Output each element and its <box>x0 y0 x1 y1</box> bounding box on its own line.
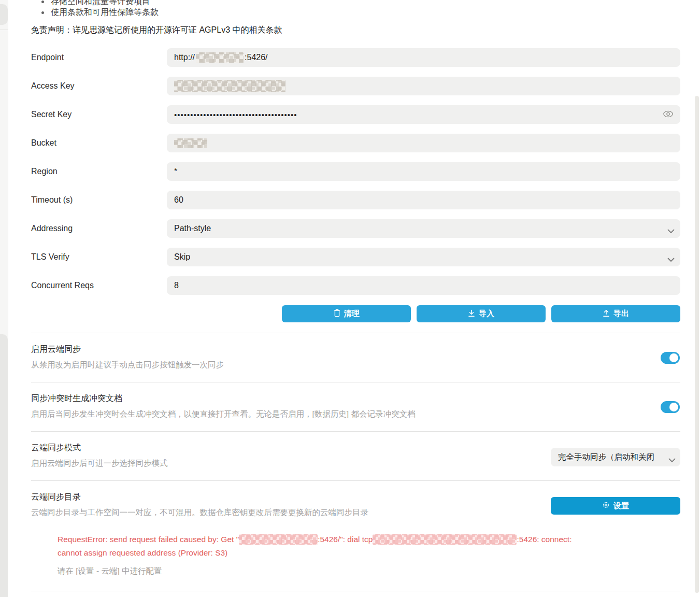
form-actions: 清理 导入 导出 <box>31 305 680 322</box>
access-key-label: Access Key <box>31 81 167 91</box>
censored-access-key <box>174 80 285 92</box>
error-text: :5426/": dial tcp <box>318 535 373 544</box>
scrollbar-thumb[interactable] <box>695 96 699 593</box>
bucket-label: Bucket <box>31 138 167 148</box>
form-row-region: Region * <box>31 162 680 181</box>
concurrent-reqs-input[interactable]: 8 <box>167 276 680 295</box>
secret-key-masked-value: •••••••••••••••••••••••••••••••••••••• <box>174 110 297 119</box>
section-title: 启用云端同步 <box>31 333 680 355</box>
timeout-value: 60 <box>174 195 183 205</box>
timeout-label: Timeout (s) <box>31 195 167 205</box>
sync-sections: 启用云端同步 从禁用改为启用时建议手动点击同步按钮触发一次同步 同步冲突时生成冲… <box>31 333 680 591</box>
region-input[interactable]: * <box>167 162 680 181</box>
tls-verify-label: TLS Verify <box>31 252 167 262</box>
addressing-select[interactable]: Path-style <box>167 219 680 238</box>
tls-verify-select[interactable]: Skip <box>167 248 680 266</box>
sync-mode-value: 完全手动同步（启动和关闭 <box>558 452 654 463</box>
s3-settings-panel: 存储空间和流量等计费项目 使用条款和可用性保障等条款 免责声明：详见思源笔记所使… <box>31 0 680 36</box>
chevron-down-icon <box>667 226 675 236</box>
list-item-text: 使用条款和可用性保障等条款 <box>51 7 159 18</box>
list-item: 使用条款和可用性保障等条款 <box>31 7 680 18</box>
censored-bucket-name <box>174 138 207 148</box>
trash-icon <box>334 309 340 319</box>
list-item-text: 存储空间和流量等计费项目 <box>51 0 150 7</box>
enable-cloud-sync-toggle[interactable] <box>661 352 680 364</box>
timeout-input[interactable]: 60 <box>167 191 680 209</box>
export-button[interactable]: 导出 <box>551 305 680 322</box>
concurrent-reqs-label: Concurrent Reqs <box>31 281 167 290</box>
error-text: :5426: connect: <box>517 535 572 544</box>
bucket-input[interactable] <box>167 134 680 152</box>
chevron-down-icon <box>667 255 675 264</box>
upload-icon <box>603 309 610 319</box>
form-row-addressing: Addressing Path-style <box>31 219 680 238</box>
s3-config-form: Endpoint http://:5426/ Access Key Secret… <box>31 48 680 322</box>
clean-button[interactable]: 清理 <box>282 305 411 322</box>
config-hint-text: 请在 [设置 - 云端] 中进行配置 <box>58 566 162 577</box>
form-row-concurrent-reqs: Concurrent Reqs 8 <box>31 276 680 295</box>
secret-key-input[interactable]: •••••••••••••••••••••••••••••••••••••• <box>167 105 680 124</box>
section-title: 同步冲突时生成冲突文档 <box>31 382 680 404</box>
section-conflict-doc: 同步冲突时生成冲突文档 启用后当同步发生冲突时会生成冲突文档，以便直接打开查看。… <box>31 382 680 431</box>
section-description: 云端同步目录与工作空间一一对应，不可混用。数据仓库密钥更改后需要更换新的云端同步… <box>31 507 528 518</box>
section-description: 启用后当同步发生冲突时会生成冲突文档，以便直接打开查看。无论是否启用，[数据历史… <box>31 409 528 420</box>
sync-dir-settings-button[interactable]: 设置 <box>551 497 680 515</box>
censored-error-address <box>373 534 517 545</box>
tls-verify-value: Skip <box>174 252 190 262</box>
region-value: * <box>174 167 177 176</box>
left-panel-item[interactable] <box>0 334 8 597</box>
download-icon <box>468 309 475 319</box>
form-row-bucket: Bucket <box>31 134 680 152</box>
addressing-value: Path-style <box>174 224 211 233</box>
endpoint-value-prefix: http:// <box>174 53 195 62</box>
sync-error-message: RequestError: send request failed caused… <box>58 533 648 560</box>
export-button-label: 导出 <box>613 309 629 319</box>
chevron-down-icon <box>668 456 676 465</box>
bullet-icon <box>41 11 44 14</box>
sync-mode-select[interactable]: 完全手动同步（启动和关闭 <box>551 448 680 466</box>
endpoint-input[interactable]: http://:5426/ <box>167 48 680 67</box>
secret-key-label: Secret Key <box>31 110 167 119</box>
error-text: RequestError: send request failed caused… <box>58 535 239 544</box>
left-panel-strip <box>0 0 8 597</box>
form-row-access-key: Access Key <box>31 77 680 95</box>
eye-icon[interactable] <box>663 110 674 120</box>
left-panel-item[interactable] <box>0 4 8 25</box>
concurrent-reqs-value: 8 <box>174 281 179 290</box>
section-description: 从禁用改为启用时建议手动点击同步按钮触发一次同步 <box>31 360 528 371</box>
censored-endpoint-host <box>196 52 244 63</box>
endpoint-value-suffix: :5426/ <box>245 53 267 62</box>
addressing-label: Addressing <box>31 224 167 233</box>
access-key-input[interactable] <box>167 77 680 95</box>
form-row-secret-key: Secret Key •••••••••••••••••••••••••••••… <box>31 105 680 124</box>
conflict-doc-toggle[interactable] <box>661 401 680 413</box>
bullet-icon <box>41 1 44 3</box>
left-panel-divider <box>0 30 8 30</box>
gear-icon <box>602 501 610 510</box>
import-button-label: 导入 <box>479 309 494 319</box>
section-description: 启用云端同步后可进一步选择同步模式 <box>31 458 528 469</box>
intro-list: 存储空间和流量等计费项目 使用条款和可用性保障等条款 免责声明：详见思源笔记所使… <box>31 0 680 36</box>
section-cloud-sync-dir: 云端同步目录 云端同步目录与工作空间一一对应，不可混用。数据仓库密钥更改后需要更… <box>31 480 680 591</box>
list-item: 存储空间和流量等计费项目 <box>31 0 680 7</box>
form-row-endpoint: Endpoint http://:5426/ <box>31 48 680 67</box>
section-cloud-sync-mode: 云端同步模式 启用云端同步后可进一步选择同步模式 完全手动同步（启动和关闭 <box>31 431 680 480</box>
censored-error-url <box>239 534 318 545</box>
settings-button-label: 设置 <box>613 501 629 511</box>
section-enable-cloud-sync: 启用云端同步 从禁用改为启用时建议手动点击同步按钮触发一次同步 <box>31 333 680 382</box>
form-row-timeout: Timeout (s) 60 <box>31 191 680 209</box>
endpoint-label: Endpoint <box>31 53 167 62</box>
form-row-tls-verify: TLS Verify Skip <box>31 248 680 266</box>
disclaimer-text: 免责声明：详见思源笔记所使用的开源许可证 AGPLv3 中的相关条款 <box>31 25 680 36</box>
error-text: cannot assign requested address (Provide… <box>58 548 227 557</box>
region-label: Region <box>31 167 167 176</box>
clean-button-label: 清理 <box>344 309 360 319</box>
import-button[interactable]: 导入 <box>417 305 546 322</box>
